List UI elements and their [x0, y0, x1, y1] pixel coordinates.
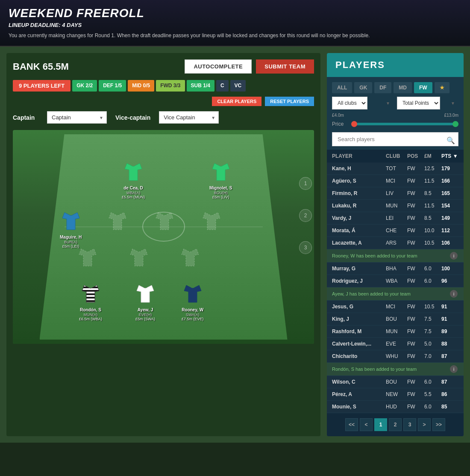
player-slot-def3[interactable]	[154, 209, 175, 234]
col-price: £m	[424, 153, 441, 159]
filter-tab-gk[interactable]: GK	[354, 82, 372, 93]
players-list: Kane, H TOT FW 12.5 179 Agüero, S MCI FW…	[327, 163, 464, 413]
notification-row: Rondón, S has been added to your teami	[327, 363, 464, 376]
player-row[interactable]: Mounie, S HUD FW 6.0 85	[327, 401, 464, 413]
player-slot-rooney[interactable]: Rooney, W SWA(A) £7.5m (EVE)	[182, 282, 204, 321]
player-club-cell: BOU	[386, 316, 407, 322]
player-pts-cell: 91	[441, 316, 458, 322]
bench-num-3[interactable]: 3	[299, 241, 312, 254]
player-slot-mid1[interactable]	[77, 245, 98, 271]
player-pts-cell: 154	[441, 203, 458, 209]
search-icon-button[interactable]: 🔍	[446, 136, 455, 144]
pagination-last[interactable]: >>	[432, 418, 445, 431]
player-pts-cell: 149	[441, 215, 458, 221]
player-pos-cell: FW	[407, 341, 424, 347]
filter-tab-fw[interactable]: FW	[414, 82, 432, 93]
clubs-select-wrapper: All clubs	[332, 97, 394, 109]
filter-tab-df[interactable]: DF	[374, 82, 391, 93]
price-range-max-handle[interactable]	[452, 121, 458, 127]
player-name-cell: Rashford, M	[332, 328, 386, 334]
pagination-next[interactable]: >	[418, 418, 431, 431]
bench-num-1[interactable]: 1	[299, 177, 312, 190]
player-price-cell: 12.5	[424, 166, 441, 171]
player-price-cell: 6.0	[424, 278, 441, 284]
player-pts-cell: 87	[441, 379, 458, 385]
player-slot-mid2[interactable]	[128, 245, 150, 271]
price-label: Price	[332, 121, 347, 127]
price-range-min-handle[interactable]	[351, 121, 357, 127]
player-row[interactable]: Firmino, R LIV FW 8.5 165	[327, 187, 464, 200]
pagination-page-3[interactable]: 3	[403, 418, 416, 431]
player-price-cell: 7.5	[424, 316, 441, 322]
autocomplete-button[interactable]: AUTOCOMPLETE	[185, 59, 252, 74]
player-price-decea: £5.5m (MUN)	[122, 195, 145, 199]
player-slot-def2[interactable]	[107, 209, 128, 234]
player-row[interactable]: Jesus, G MCI FW 10.5 91	[327, 301, 464, 313]
player-row[interactable]: Morata, Á CHE FW 10.0 112	[327, 225, 464, 237]
player-pos-cell: FW	[407, 190, 424, 196]
player-slot-mignolet[interactable]: Mignolet, S BOU(H) £5m (LIV)	[209, 160, 232, 199]
pagination-page-1[interactable]: 1	[374, 418, 387, 431]
player-row[interactable]: King, J BOU FW 7.5 91	[327, 313, 464, 325]
player-row[interactable]: Lacazette, A ARS FW 10.5 106	[327, 237, 464, 249]
filter-tab-star[interactable]: ★	[435, 82, 449, 93]
player-slot-def4[interactable]	[201, 209, 222, 234]
player-slot-mid3[interactable]	[179, 245, 201, 271]
player-detail-mignolet: BOU(H)	[209, 191, 232, 195]
clubs-select[interactable]: All clubs	[332, 97, 367, 109]
player-price-rondon: £6.5m (WBA)	[79, 317, 102, 321]
player-slot-decea[interactable]: de Cea, D WBA(A) £5.5m (MUN)	[122, 160, 145, 199]
player-pos-cell: FW	[407, 266, 424, 272]
pagination-first[interactable]: <<	[345, 418, 358, 431]
player-row[interactable]: Wilson, C BOU FW 6.0 87	[327, 376, 464, 388]
player-row[interactable]: Vardy, J LEI FW 8.5 149	[327, 212, 464, 225]
player-pos-cell: FW	[407, 166, 424, 171]
positions-row: 9 PLAYERS LEFT GK 2/2 DEF 1/5 MID 0/5 FW…	[13, 80, 314, 92]
player-detail-rooney: SWA(A)	[182, 313, 204, 317]
price-range-labels: £4.0m £13.0m	[327, 113, 464, 119]
player-pts-cell: 85	[441, 404, 458, 410]
player-row[interactable]: Kane, H TOT FW 12.5 179	[327, 163, 464, 175]
fwd-badge[interactable]: FWD 3/3	[156, 80, 185, 92]
sub-badge[interactable]: SUB 1/4	[187, 80, 214, 92]
pitch-container: de Cea, D WBA(A) £5.5m (MUN) Mignolet, S…	[13, 130, 314, 344]
vc-badge[interactable]: VC	[230, 80, 246, 92]
reset-players-button[interactable]: RESET PLAYERS	[265, 97, 314, 106]
player-row[interactable]: Rashford, M MUN FW 7.5 89	[327, 325, 464, 338]
c-badge[interactable]: C	[216, 80, 229, 92]
player-row[interactable]: Lukaku, R MUN FW 11.5 154	[327, 200, 464, 212]
mid-badge[interactable]: MID 0/5	[128, 80, 154, 92]
player-row[interactable]: Agüero, S MCI FW 11.5 166	[327, 175, 464, 187]
vicecaptain-select[interactable]: Vice Captain	[159, 111, 219, 124]
player-row[interactable]: Calvert-Lewin,... EVE FW 5.0 88	[327, 338, 464, 350]
filter-tab-md[interactable]: MD	[394, 82, 412, 93]
filter-tab-all[interactable]: ALL	[332, 82, 352, 93]
player-row[interactable]: Rodriguez, J WBA FW 6.0 96	[327, 275, 464, 287]
search-input[interactable]	[332, 132, 458, 146]
player-slot-ayew[interactable]: Ayew, J EVE(H) £5m (SWA)	[135, 282, 156, 321]
player-pos-cell: FW	[407, 240, 424, 246]
sort-select[interactable]: Total Points	[397, 97, 440, 109]
player-slot-maguire[interactable]: Maguire, H BUR(A) £5m (LEI)	[60, 209, 82, 248]
captain-select[interactable]: Captain	[47, 111, 107, 124]
submit-team-button[interactable]: SUBMIT TEAM	[256, 59, 314, 74]
player-row[interactable]: Pérez, A NEW FW 5.5 86	[327, 388, 464, 401]
player-slot-rondon[interactable]: Rondón, S MUN(A) £6.5m (WBA)	[79, 282, 102, 321]
gk-badge[interactable]: GK 2/2	[72, 80, 97, 92]
player-price-cell: 6.0	[424, 266, 441, 272]
clear-players-button[interactable]: CLEAR PLAYERS	[212, 97, 261, 106]
player-detail-decea: WBA(A)	[122, 191, 145, 195]
player-price-cell: 11.5	[424, 203, 441, 209]
player-name-cell: Firmino, R	[332, 190, 386, 196]
players-panel-title: PLAYERS	[335, 59, 455, 71]
player-price-cell: 6.0	[424, 379, 441, 385]
player-row[interactable]: Chicharito WHU FW 7.0 87	[327, 350, 464, 363]
def-badge[interactable]: DEF 1/5	[99, 80, 126, 92]
bench-num-2[interactable]: 2	[299, 209, 312, 222]
info-icon: i	[450, 365, 458, 373]
player-row[interactable]: Murray, G BHA FW 6.0 100	[327, 263, 464, 275]
pagination-prev[interactable]: <	[360, 418, 373, 431]
player-club-cell: MCI	[386, 178, 407, 184]
price-range-bar[interactable]	[351, 123, 458, 125]
pagination-page-2[interactable]: 2	[389, 418, 402, 431]
